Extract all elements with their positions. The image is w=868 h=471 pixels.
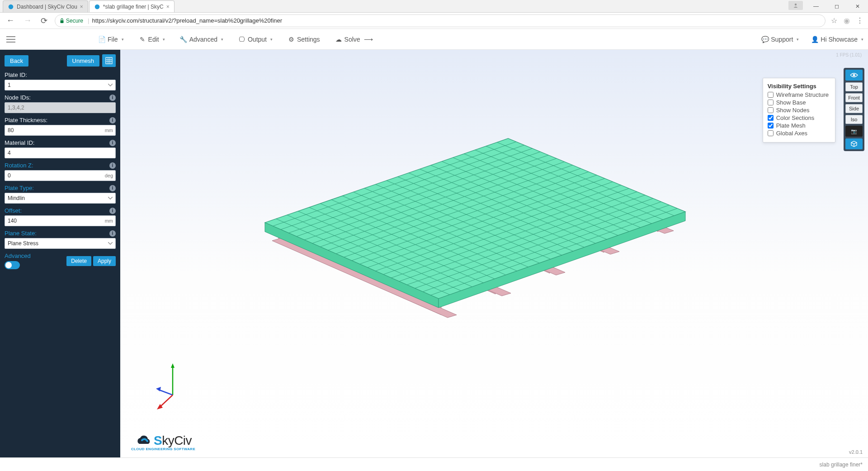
- info-icon[interactable]: i: [109, 230, 116, 237]
- chat-icon: 💬: [762, 36, 768, 43]
- plate-id-label: Plate ID:: [5, 71, 27, 78]
- vis-nodes[interactable]: Show Nodes: [768, 107, 829, 114]
- plane-state-select[interactable]: Plane Stress: [5, 238, 116, 249]
- window-maximize[interactable]: ◻: [826, 0, 847, 13]
- node-ids-label: Node IDs:: [5, 94, 31, 101]
- browser-tab[interactable]: Dashboard | SkyCiv Clou ×: [3, 0, 88, 12]
- offset-input[interactable]: [5, 215, 116, 226]
- menu-output[interactable]: 🖵Output▾: [239, 36, 273, 43]
- app-toolbar: 📄File▾ ✎Edit▾ 🔧Advanced▾ 🖵Output▾ ⚙Setti…: [0, 29, 868, 50]
- monitor-icon: 🖵: [239, 36, 245, 43]
- apply-button[interactable]: Apply: [93, 256, 116, 266]
- menu-solve[interactable]: ☁Solve⟶: [335, 36, 373, 43]
- svg-point-1: [95, 4, 100, 9]
- vis-sections[interactable]: Color Sections: [768, 114, 829, 121]
- camera-icon[interactable]: 📷: [845, 126, 863, 137]
- info-icon[interactable]: i: [109, 162, 116, 169]
- info-icon[interactable]: i: [109, 185, 116, 191]
- extension-icon[interactable]: ◉: [844, 16, 850, 25]
- cube-icon[interactable]: [845, 138, 863, 149]
- user-icon: 👤: [811, 36, 818, 43]
- unit-label: mm: [105, 215, 113, 226]
- offset-label: Offset:: [5, 207, 22, 214]
- url-field[interactable]: Secure | https://skyciv.com/structural/v…: [55, 14, 826, 27]
- favicon-icon: [94, 4, 100, 10]
- menu-user[interactable]: 👤Hi Showcase▾: [811, 36, 863, 43]
- bookmark-icon[interactable]: ☆: [831, 16, 837, 25]
- hamburger-icon[interactable]: [5, 33, 17, 46]
- plate-type-select[interactable]: Mindlin: [5, 193, 116, 204]
- cloud-icon: ☁: [335, 36, 342, 43]
- profile-icon[interactable]: [788, 1, 803, 10]
- browser-tab[interactable]: *slab grillage finer | SkyC ×: [89, 0, 175, 12]
- info-icon[interactable]: i: [109, 208, 116, 214]
- view-iso[interactable]: Iso: [845, 115, 863, 124]
- back-button[interactable]: Back: [5, 55, 28, 67]
- window-minimize[interactable]: —: [806, 0, 826, 13]
- version-label: v2.0.1: [849, 449, 863, 455]
- url-text: https://skyciv.com/structural/v2/?preloa…: [92, 17, 282, 24]
- view-buttons: Top Front Side Iso 📷: [844, 68, 864, 151]
- unmesh-button[interactable]: Unmesh: [67, 55, 99, 67]
- window-close[interactable]: ✕: [847, 0, 868, 13]
- svg-point-75: [853, 74, 855, 76]
- material-id-input[interactable]: [5, 147, 116, 158]
- svg-point-0: [9, 4, 14, 9]
- browser-tab-strip: Dashboard | SkyCiv Clou × *slab grillage…: [0, 0, 868, 13]
- pencil-icon: ✎: [139, 36, 146, 43]
- datasheet-icon[interactable]: [102, 54, 116, 67]
- svg-marker-70: [171, 363, 175, 368]
- vis-wireframe[interactable]: Wireframe Structure: [768, 91, 829, 98]
- menu-file[interactable]: 📄File▾: [99, 36, 124, 43]
- tab-title: Dashboard | SkyCiv Clou: [17, 4, 77, 10]
- menu-icon[interactable]: ⋮: [856, 16, 863, 25]
- rotz-label: Rotation Z:: [5, 162, 33, 169]
- menu-advanced[interactable]: 🔧Advanced▾: [180, 36, 223, 43]
- properties-sidebar: Back Unmesh Plate ID: 1 Node IDs:i Plate…: [0, 50, 120, 457]
- info-icon[interactable]: i: [109, 117, 116, 124]
- vis-axes[interactable]: Global Axes: [768, 130, 829, 137]
- vis-base[interactable]: Show Base: [768, 99, 829, 106]
- close-icon[interactable]: ×: [166, 4, 170, 10]
- unit-label: deg: [105, 170, 113, 181]
- secure-badge: Secure: [60, 18, 83, 24]
- tab-title: *slab grillage finer | SkyC: [103, 4, 164, 10]
- view-front[interactable]: Front: [845, 93, 863, 102]
- thickness-input[interactable]: [5, 125, 116, 136]
- svg-rect-4: [106, 57, 112, 64]
- file-icon: 📄: [99, 36, 105, 43]
- fps-counter: 1 FPS (1.01): [836, 52, 862, 57]
- menu-support[interactable]: 💬Support▾: [762, 36, 799, 43]
- menu-settings[interactable]: ⚙Settings: [288, 36, 320, 43]
- vis-mesh[interactable]: Plate Mesh: [768, 122, 829, 129]
- node-ids-input: [5, 102, 116, 113]
- svg-rect-3: [61, 20, 64, 23]
- visibility-title: Visibility Settings: [768, 83, 829, 90]
- plate-id-select[interactable]: 1: [5, 80, 116, 90]
- visibility-settings-panel: Visibility Settings Wireframe Structure …: [763, 78, 835, 143]
- rotz-input[interactable]: [5, 170, 116, 181]
- status-bar: slab grillage finer*: [0, 457, 868, 471]
- unit-label: mm: [105, 125, 113, 136]
- nav-back-icon[interactable]: ←: [5, 16, 16, 25]
- nav-reload-icon[interactable]: ⟳: [39, 16, 49, 26]
- nav-forward-icon[interactable]: →: [22, 16, 33, 25]
- delete-button[interactable]: Delete: [66, 256, 91, 266]
- info-icon[interactable]: i: [109, 140, 116, 146]
- view-side[interactable]: Side: [845, 104, 863, 113]
- gear-icon: ⚙: [288, 36, 294, 43]
- visibility-icon[interactable]: [845, 70, 863, 81]
- info-icon[interactable]: i: [109, 95, 116, 101]
- model-3d: [215, 113, 726, 326]
- plane-state-label: Plane State:: [5, 230, 37, 237]
- advanced-toggle[interactable]: [5, 261, 20, 269]
- view-top[interactable]: Top: [845, 82, 863, 91]
- filename-label: slab grillage finer*: [820, 461, 863, 468]
- viewport-3d[interactable]: 1 FPS (1.01): [120, 50, 868, 457]
- wrench-icon: 🔧: [180, 36, 187, 43]
- plate-type-label: Plate Type:: [5, 185, 34, 191]
- close-icon[interactable]: ×: [80, 4, 83, 10]
- skyciv-logo: SkyCiv CLOUD ENGINEERING SOFTWARE: [131, 433, 195, 451]
- menu-edit[interactable]: ✎Edit▾: [139, 36, 165, 43]
- svg-marker-24: [265, 138, 685, 299]
